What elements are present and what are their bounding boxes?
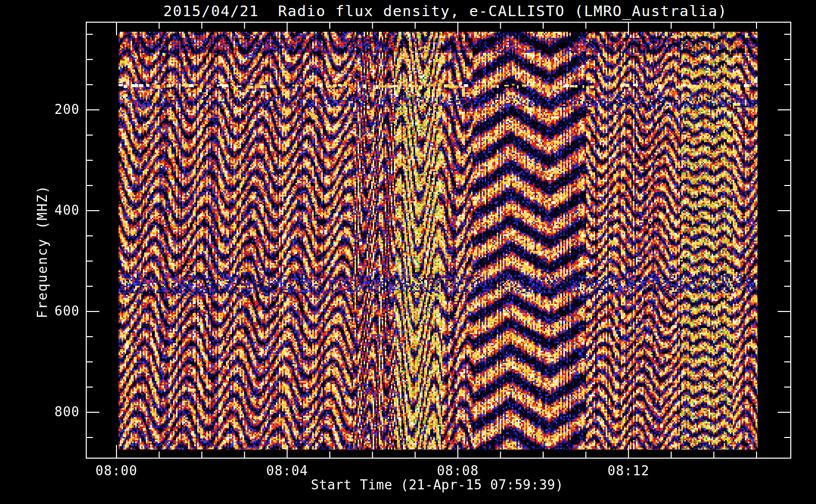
x-tick-label: 08:08 bbox=[437, 463, 479, 478]
y-tick-label: 400 bbox=[54, 203, 80, 218]
y-tick-label: 600 bbox=[54, 303, 80, 319]
x-axis-title: Start Time (21-Apr-15 07:59:39) bbox=[311, 477, 564, 492]
y-tick-label: 800 bbox=[54, 404, 80, 419]
x-tick-label: 08:04 bbox=[266, 463, 308, 478]
spectrogram-page: 2015/04/21 Radio flux density, e-CALLIST… bbox=[0, 0, 816, 504]
x-tick-label: 08:00 bbox=[95, 463, 137, 478]
y-axis-title: Frequency (MHZ) bbox=[35, 185, 50, 319]
chart-title: 2015/04/21 Radio flux density, e-CALLIST… bbox=[163, 3, 728, 20]
spectrogram-plot-area bbox=[119, 32, 757, 450]
x-tick-label: 08:12 bbox=[608, 463, 650, 478]
y-tick-label: 200 bbox=[54, 102, 80, 117]
